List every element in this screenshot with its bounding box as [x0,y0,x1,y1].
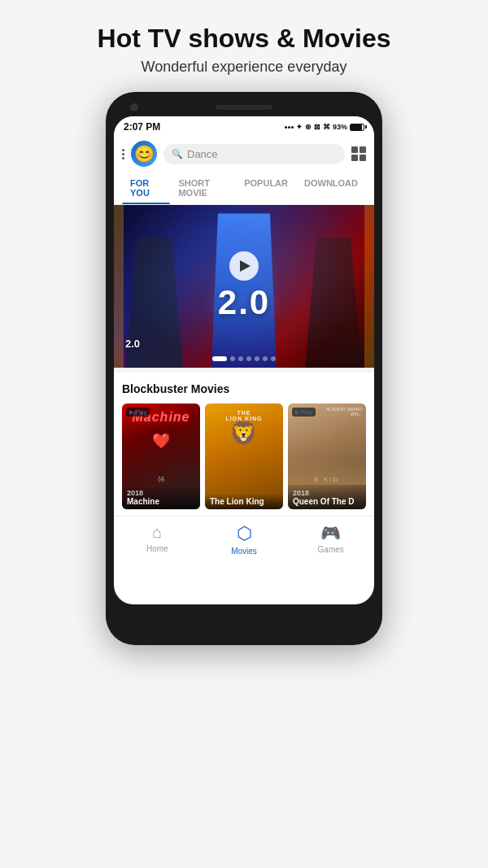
movie-card-lion-king[interactable]: THELION KING 🦁 The Lion King [205,403,283,509]
page-wrapper: Hot TV shows & Movies Wonderful experien… [0,0,488,868]
tab-for-you[interactable]: FOR YOU [122,172,170,204]
signal-dot-2 [288,126,290,129]
phone-screen: 2:07 PM ✦ ⊗ ⊠ ⌘ 93% [114,116,374,604]
hero-dot-3[interactable] [246,356,251,361]
signal-dots [285,126,294,129]
lion-figure-icon: 🦁 [229,420,258,447]
status-icons: ✦ ⊗ ⊠ ⌘ 93% [285,123,364,131]
machine-heart-icon: ❤️ [152,432,170,450]
wifi-icon: ⌘ [323,123,330,131]
camera-icon [130,103,138,111]
hero-label: 2.0 [125,338,140,350]
lion-title: The Lion King [210,497,278,506]
nav-movies-label: Movies [231,547,257,556]
search-icon: 🔍 [172,149,183,159]
hero-dot-6[interactable] [271,356,276,361]
movie-card-machine[interactable]: Machine ❤️ 👫 Play 2018 Machine [122,403,200,509]
blockbuster-section: Blockbuster Movies Machine ❤️ 👫 Play [114,373,374,516]
play-badge-label: Play [135,409,146,415]
tab-short-movie[interactable]: SHORT MOVIE [170,172,236,204]
movies-row: Machine ❤️ 👫 Play 2018 Machine [122,403,366,509]
bluetooth-icon: ✦ [296,123,303,131]
section-title: Blockbuster Movies [122,382,366,395]
play-badge-icon [129,410,133,415]
status-time: 2:07 PM [124,121,160,133]
hero-dot-1[interactable] [230,356,235,361]
signal-dot-3 [291,126,294,129]
signal-dot-1 [285,126,287,129]
status-bar: 2:07 PM ✦ ⊗ ⊠ ⌘ 93% [114,116,374,136]
speaker [216,105,272,110]
app-logo[interactable]: 😊 [131,141,157,167]
page-subtitle: Wonderful experience everyday [98,59,391,76]
nav-home[interactable]: ⌂ Home [114,523,201,556]
hero-dot-5[interactable] [263,356,268,361]
movie-card-queen-desert[interactable]: ACADEMY AWARDWIN... Play E KID 2018 Quee… [288,403,366,509]
machine-year: 2018 [127,489,195,497]
play-badge-queen: Play [292,408,316,417]
battery-fill [351,124,362,130]
hero-title: 2.0 [218,283,270,322]
signal-icon: ⊗ [305,123,312,131]
menu-button[interactable] [122,149,124,159]
nav-movies[interactable]: ⬡ Movies [201,523,288,556]
phone-frame: 2:07 PM ✦ ⊗ ⊠ ⌘ 93% [106,92,382,645]
play-badge-machine: Play [126,408,150,417]
hero-dot-0[interactable] [212,356,227,361]
home-icon: ⌂ [152,523,162,542]
lion-overlay: The Lion King [205,494,283,509]
tab-popular[interactable]: POPULAR [236,172,296,204]
queen-year: 2018 [293,489,361,497]
movies-icon: ⬡ [237,523,252,544]
games-icon: 🎮 [320,523,341,543]
battery-percent: 93% [333,123,347,131]
logo-icon: 😊 [134,144,155,164]
battery-icon [350,124,364,131]
nav-games[interactable]: 🎮 Games [287,523,374,556]
queen-title: Queen Of The D [293,497,361,506]
bottom-nav: ⌂ Home ⬡ Movies 🎮 Games [114,516,374,565]
app-header: 😊 🔍 Dance [114,136,374,172]
phone-top-bar [114,100,374,116]
hero-dot-4[interactable] [255,356,259,361]
spacer-right [350,103,358,111]
queen-overlay: 2018 Queen Of The D [288,486,366,509]
hero-dots [212,356,276,361]
tab-bar: FOR YOU SHORT MOVIE POPULAR DOWNLOAD [114,172,374,205]
play-badge-label-queen: Play [301,409,312,415]
machine-figures: 👫 [122,476,200,483]
header-text-area: Hot TV shows & Movies Wonderful experien… [81,0,407,84]
page-title: Hot TV shows & Movies [98,23,391,54]
machine-overlay: 2018 Machine [122,486,200,509]
alarm-icon: ⊠ [314,123,320,131]
search-input[interactable]: Dance [187,148,218,160]
nav-home-label: Home [146,544,168,553]
desert-text: E KID [315,476,340,483]
tab-download[interactable]: DOWNLOAD [296,172,366,204]
machine-title: Machine [127,497,195,506]
hero-dot-2[interactable] [238,356,243,361]
play-button[interactable] [229,251,259,281]
nav-games-label: Games [318,545,344,554]
play-badge-icon-queen [295,410,299,415]
search-bar[interactable]: 🔍 Dance [163,144,345,164]
hero-banner[interactable]: 2.0 2.0 [114,205,374,368]
grid-view-button[interactable] [351,146,366,161]
play-triangle-icon [240,260,251,272]
